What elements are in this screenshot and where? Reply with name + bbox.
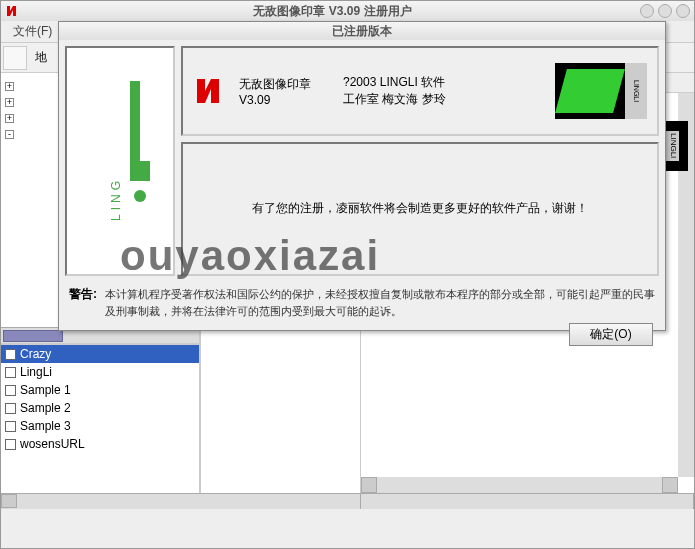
checkbox[interactable]: [5, 349, 16, 360]
collapse-icon[interactable]: -: [5, 130, 14, 139]
expand-icon[interactable]: +: [5, 82, 14, 91]
expand-icon[interactable]: +: [5, 114, 14, 123]
warning-label: 警告:: [69, 286, 97, 319]
scrollbar-thumb[interactable]: [3, 330, 63, 342]
thanks-panel: 有了您的注册，凌丽软件将会制造更多更好的软件产品，谢谢！: [181, 142, 659, 276]
stamp-list: Crazy LingLi Sample 1 Sample 2 Sample 3 …: [1, 343, 199, 493]
warning-text: 本计算机程序受著作权法和国际公约的保护，未经授权擅自复制或散布本程序的部分或全部…: [105, 286, 655, 319]
checkbox[interactable]: [5, 403, 16, 414]
product-name-block: 无敌图像印章 V3.09: [239, 76, 329, 107]
scroll-left-icon[interactable]: [1, 494, 17, 508]
toolbar-open-button[interactable]: [3, 46, 27, 70]
checkbox[interactable]: [5, 439, 16, 450]
svg-text:LING: LING: [109, 177, 123, 221]
product-panel: 无敌图像印章 V3.09 ?2003 LINGLI 软件 工作室 梅文海 梦玲 …: [181, 46, 659, 136]
app-icon: [193, 75, 225, 107]
menu-file[interactable]: 文件(F): [7, 22, 58, 40]
bottom-scrollbars: [1, 493, 694, 509]
expand-icon[interactable]: +: [5, 98, 14, 107]
minimize-button[interactable]: [640, 4, 654, 18]
list-item[interactable]: wosensURL: [1, 435, 199, 453]
window-buttons: [640, 4, 690, 18]
ok-button[interactable]: 确定(O): [569, 323, 653, 346]
list-item[interactable]: Sample 1: [1, 381, 199, 399]
thanks-text: 有了您的注册，凌丽软件将会制造更多更好的软件产品，谢谢！: [252, 198, 588, 220]
svg-point-1: [134, 190, 146, 202]
maximize-button[interactable]: [658, 4, 672, 18]
warning-block: 警告: 本计算机程序受著作权法和国际公约的保护，未经授权擅自复制或散布本程序的部…: [59, 282, 665, 323]
window-title: 无敌图像印章 V3.09 注册用户: [25, 3, 640, 20]
app-icon: [5, 4, 19, 18]
toolbar-addr-label: 地: [35, 49, 47, 66]
close-button[interactable]: [676, 4, 690, 18]
about-dialog: 已注册版本 LING 无敌图像印章 V3.09 ?2003 LINGLI 软件: [58, 21, 666, 331]
list-item[interactable]: LingLi: [1, 363, 199, 381]
product-name: 无敌图像印章: [239, 76, 329, 93]
hscrollbar[interactable]: [361, 477, 678, 493]
scroll-left-icon[interactable]: [361, 477, 377, 493]
checkbox[interactable]: [5, 367, 16, 378]
preview-hscrollbar[interactable]: [361, 494, 694, 509]
list-item[interactable]: Sample 3: [1, 417, 199, 435]
dialog-title: 已注册版本: [59, 22, 665, 40]
copyright-block: ?2003 LINGLI 软件 工作室 梅文海 梦玲: [343, 74, 541, 108]
vendor-logo: LING: [65, 46, 175, 276]
thumb-hscrollbar[interactable]: [1, 494, 361, 509]
logo-mark-icon: [555, 69, 625, 113]
titlebar: 无敌图像印章 V3.09 注册用户: [1, 1, 694, 21]
checkbox[interactable]: [5, 385, 16, 396]
checkbox[interactable]: [5, 421, 16, 432]
badge-text: LINGLI: [625, 63, 647, 119]
list-item[interactable]: Sample 2: [1, 399, 199, 417]
brand-badge: LINGLI: [555, 63, 647, 119]
product-version: V3.09: [239, 93, 329, 107]
scroll-right-icon[interactable]: [662, 477, 678, 493]
